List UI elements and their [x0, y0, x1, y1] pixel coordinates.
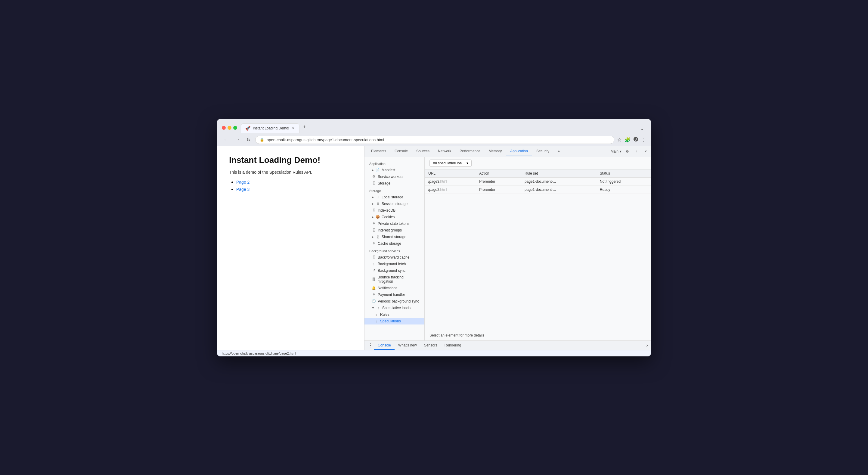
cell-url: /page2.html: [425, 185, 475, 194]
sidebar-item-speculations[interactable]: ↕ Speculations: [365, 318, 424, 325]
reload-button[interactable]: ↻: [245, 136, 252, 143]
sidebar-label: Background fetch: [378, 262, 406, 266]
title-bar: 🚀 Instant Loading Demo! × + ⌄: [217, 119, 651, 134]
sidebar-label: Speculative loads: [382, 306, 410, 310]
page-links: Page 2 Page 3: [229, 179, 352, 192]
sidebar-item-session-storage[interactable]: ▶ ⊞ Session storage: [365, 201, 424, 207]
more-options-icon[interactable]: ⋮: [633, 149, 641, 154]
close-devtools-button[interactable]: ×: [643, 149, 649, 154]
sidebar-item-cookies[interactable]: ▶ 🍪 Cookies: [365, 214, 424, 220]
sidebar-label: Shared storage: [382, 235, 406, 239]
sidebar-label: Periodic background sync: [378, 299, 419, 303]
main-content: Instant Loading Demo! This is a demo of …: [217, 146, 651, 350]
sidebar-item-indexeddb[interactable]: 🗄 IndexedDB: [365, 207, 424, 214]
sidebar-item-background-fetch[interactable]: ↕ Background fetch: [365, 261, 424, 267]
tab-menu-button[interactable]: ⌄: [638, 125, 646, 133]
list-item: Page 3: [236, 187, 352, 192]
tab-elements[interactable]: Elements: [367, 147, 390, 156]
panel-toolbar: All speculative loa... ▾: [425, 157, 651, 170]
table-row[interactable]: /page3.html Prerender page1-document-...…: [425, 177, 651, 185]
payment-handler-icon: 🗄: [372, 293, 376, 297]
speculations-icon: ↕: [374, 319, 378, 323]
sidebar-item-private-state-tokens[interactable]: 🗄 Private state tokens: [365, 220, 424, 227]
page-description: This is a demo of the Speculation Rules …: [229, 170, 352, 175]
main-panel: All speculative loa... ▾ URL Action Rule: [425, 157, 651, 340]
console-menu-icon[interactable]: ⋮: [367, 342, 374, 349]
speculations-table: URL Action Rule set Status /page3.html P…: [425, 170, 651, 194]
minimize-button[interactable]: [227, 126, 231, 130]
page2-link[interactable]: Page 2: [236, 180, 249, 184]
tab-whats-new[interactable]: What's new: [395, 342, 421, 350]
tab-console[interactable]: Console: [390, 147, 412, 156]
address-bar: ← → ↻ 🔒 open-chalk-asparagus.glitch.me/p…: [217, 134, 651, 146]
close-button[interactable]: [222, 126, 226, 130]
service-workers-icon: ⚙: [372, 175, 376, 178]
context-selector[interactable]: Main ▾: [611, 149, 621, 153]
tab-application[interactable]: Application: [506, 147, 532, 156]
tab-sources[interactable]: Sources: [412, 147, 434, 156]
speculative-loads-icon: ↕: [376, 306, 380, 310]
sidebar-item-service-workers[interactable]: ⚙ Service workers: [365, 173, 424, 180]
sidebar-item-manifest[interactable]: ▶ 📄 Manifest: [365, 167, 424, 173]
sidebar-item-periodic-bg-sync[interactable]: 🕐 Periodic background sync: [365, 298, 424, 305]
sidebar-label: Background sync: [378, 268, 405, 273]
sidebar-item-background-sync[interactable]: ↺ Background sync: [365, 267, 424, 274]
bounce-tracking-icon: 🗄: [372, 277, 376, 281]
sidebar-label: Private state tokens: [378, 221, 409, 226]
close-console-button[interactable]: ×: [646, 343, 649, 348]
tab-network[interactable]: Network: [434, 147, 455, 156]
sidebar-label: Local storage: [382, 195, 403, 199]
cache-storage-icon: 🗄: [372, 242, 376, 245]
back-button[interactable]: ←: [222, 136, 230, 143]
maximize-button[interactable]: [233, 126, 237, 130]
devtools-tab-actions: Main ▾ ⚙ ⋮ ×: [611, 149, 649, 154]
footer-text: Select an element for more details: [430, 333, 484, 337]
filter-dropdown[interactable]: All speculative loa... ▾: [430, 159, 472, 167]
tab-close-button[interactable]: ×: [292, 125, 295, 131]
new-tab-button[interactable]: +: [301, 123, 309, 131]
rules-icon: ↕: [374, 313, 378, 316]
url-bar[interactable]: 🔒 open-chalk-asparagus.glitch.me/page1-d…: [255, 136, 614, 144]
tab-sensors[interactable]: Sensors: [421, 342, 441, 350]
indexeddb-icon: 🗄: [372, 209, 376, 212]
shared-storage-icon: 🗄: [376, 235, 380, 239]
sidebar-item-rules[interactable]: ↕ Rules: [365, 311, 424, 318]
table-row[interactable]: /page2.html Prerender page1-document-...…: [425, 185, 651, 194]
sidebar-item-cache-storage[interactable]: 🗄 Cache storage: [365, 240, 424, 247]
sidebar-item-back-forward-cache[interactable]: 🗄 Back/forward cache: [365, 254, 424, 261]
storage-section-label: Storage: [365, 187, 424, 194]
local-storage-icon: ⊞: [376, 195, 380, 199]
expand-icon: ▶: [372, 196, 374, 199]
tab-performance[interactable]: Performance: [455, 147, 485, 156]
devtools-sidebar: Application ▶ 📄 Manifest ⚙ Service worke…: [365, 157, 425, 340]
tab-more[interactable]: »: [554, 147, 564, 156]
tab-memory[interactable]: Memory: [485, 147, 506, 156]
expand-icon: ▶: [372, 202, 374, 205]
profile-button[interactable]: 🅑: [633, 137, 638, 142]
menu-button[interactable]: ⋮: [641, 137, 646, 143]
extensions-button[interactable]: 🧩: [624, 137, 630, 143]
panel-table: URL Action Rule set Status /page3.html P…: [425, 170, 651, 330]
browser-tab[interactable]: 🚀 Instant Loading Demo! ×: [241, 123, 300, 133]
sidebar-item-shared-storage[interactable]: ▶ 🗄 Shared storage: [365, 234, 424, 240]
tab-console-bottom[interactable]: Console: [374, 342, 395, 350]
sidebar-item-interest-groups[interactable]: 🗄 Interest groups: [365, 227, 424, 234]
sidebar-item-storage-top[interactable]: 🗄 Storage: [365, 180, 424, 187]
sidebar-item-local-storage[interactable]: ▶ ⊞ Local storage: [365, 194, 424, 201]
sidebar-label: Payment handler: [378, 293, 405, 297]
sidebar-label: Bounce tracking mitigation: [378, 275, 420, 284]
console-bar: ⋮ Console What's new Sensors Rendering ×: [365, 340, 651, 350]
tab-security[interactable]: Security: [532, 147, 554, 156]
bookmark-button[interactable]: ☆: [617, 137, 621, 143]
private-state-tokens-icon: 🗄: [372, 222, 376, 226]
sidebar-label: Service workers: [378, 175, 403, 179]
sidebar-item-payment-handler[interactable]: 🗄 Payment handler: [365, 291, 424, 298]
sidebar-item-notifications[interactable]: 🔔 Notifications: [365, 285, 424, 291]
forward-button[interactable]: →: [233, 136, 242, 143]
sidebar-item-bounce-tracking[interactable]: 🗄 Bounce tracking mitigation: [365, 274, 424, 285]
page3-link[interactable]: Page 3: [236, 187, 249, 192]
tab-rendering[interactable]: Rendering: [441, 342, 465, 350]
sidebar-item-speculative-loads[interactable]: ▼ ↕ Speculative loads: [365, 305, 424, 311]
settings-icon[interactable]: ⚙: [624, 149, 631, 154]
list-item: Page 2: [236, 179, 352, 185]
